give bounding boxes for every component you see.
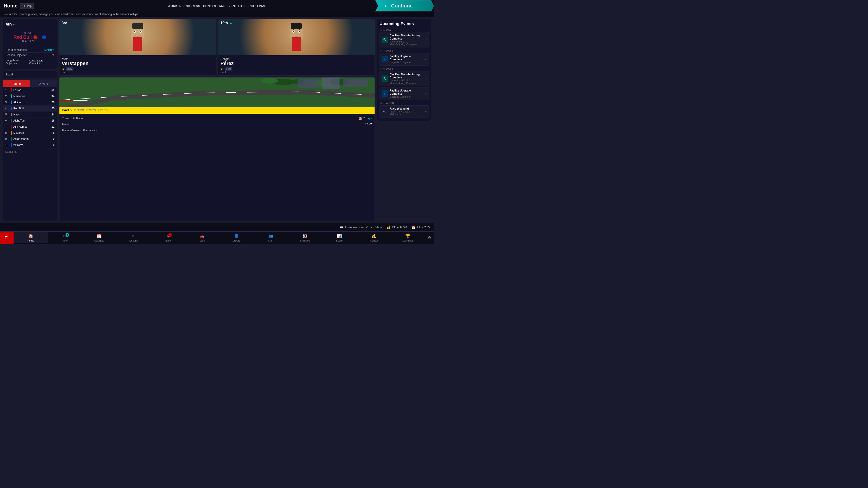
nav-item-finances[interactable]: 💰 Finances	[356, 232, 391, 243]
event-title: Car Part Manufacturing Complete	[390, 73, 423, 79]
nav-item-race[interactable]: ! 🏎 Race	[151, 232, 185, 243]
nav-items: 🏠 Home 3 ✉ Inbox 📅 Calendar ⟳ Circuits !…	[13, 232, 425, 243]
settings-button[interactable]: ⚙	[425, 232, 434, 244]
event-item[interactable]: ↑ Facility Upgrade Complete Upgrade Comp…	[379, 87, 429, 100]
oracle-text: ORACLE	[6, 31, 54, 35]
nav-icon-cars: 🚗	[199, 234, 205, 238]
svg-point-15	[299, 31, 300, 32]
event-link-icon[interactable]: ↗	[425, 38, 427, 41]
standing-pos: 7	[5, 125, 10, 128]
svg-rect-17	[59, 100, 73, 101]
standing-pts: 0	[53, 143, 55, 147]
bull-icon-left	[33, 35, 39, 39]
nav-label-inbox: Inbox	[62, 239, 68, 242]
money-icon: 💰	[387, 225, 391, 229]
event-link-icon[interactable]: ↗	[425, 77, 427, 80]
standing-row[interactable]: 6 AlphaTauri 16	[3, 118, 57, 124]
nav-item-calendar[interactable]: 📅 Calendar	[82, 232, 116, 243]
driver-perez-star-icon: ★	[220, 67, 223, 71]
standing-row[interactable]: 8 McLaren 8	[3, 130, 57, 136]
tab-teams[interactable]: Teams	[3, 80, 30, 87]
position-dropdown-icon[interactable]: ▾	[13, 23, 15, 26]
event-title: Facility Upgrade Complete	[390, 55, 423, 61]
standing-row[interactable]: 1 Ferrari 60	[3, 87, 57, 93]
perez-face-svg	[285, 22, 308, 53]
season-objective-row: Season Objective 1st	[6, 53, 54, 58]
nav-item-facilities[interactable]: 🏭 Facilities	[288, 232, 322, 243]
team-position: 4th	[6, 22, 12, 27]
race-preview-card: PIRELLI P ZERO P ZERO P ZERO Time Until …	[59, 77, 375, 221]
pirelli-logo: PIRELLI	[62, 109, 72, 112]
standing-row[interactable]: 2 Mercedes 34	[3, 93, 57, 99]
svg-rect-18	[73, 100, 88, 101]
money-value: $38,436,726	[392, 226, 407, 229]
redbull-text: Red Bull	[13, 35, 32, 40]
nav-item-cars[interactable]: 🚗 Cars	[185, 232, 219, 243]
f1-logo-text: F1	[5, 236, 9, 240]
race-preview-info: Time Until Race 📅 7 days Race 3 / 22 Rac…	[59, 113, 375, 134]
standing-color-bar	[11, 107, 12, 110]
continue-arrow-icon: →	[381, 2, 388, 9]
standing-row[interactable]: 9 Aston Martin 0	[3, 136, 57, 142]
standings-tabs: Teams Drivers	[3, 80, 57, 87]
event-section-label: IN 1 WEEK	[379, 102, 429, 104]
standing-pts: 8	[53, 131, 55, 134]
standing-team-name: Ferrari	[13, 89, 52, 92]
event-subtitle: Upgrade Complete	[390, 95, 423, 98]
nav-item-inbox[interactable]: 3 ✉ Inbox	[48, 232, 82, 243]
help-button[interactable]: H Help	[20, 3, 34, 9]
event-subtitle: Albert Park Circuit, Melbourne	[390, 110, 423, 116]
driver-image-max	[59, 19, 216, 55]
standing-pts: 34	[52, 95, 55, 98]
nav-item-drivers[interactable]: 👤 Drivers	[219, 232, 254, 243]
nav-item-board[interactable]: 📊 Board	[322, 232, 356, 243]
bottom-nav: F1 🏠 Home 3 ✉ Inbox 📅 Calendar ⟳ Circuit…	[0, 231, 434, 244]
upcoming-events-title: Upcoming Events	[379, 22, 429, 26]
nav-item-standings[interactable]: 🏆 Standings	[391, 232, 425, 243]
tab-drivers[interactable]: Drivers	[30, 80, 57, 87]
standing-team-name: Aston Martin	[13, 137, 53, 140]
position-badge: 4th ▾	[6, 22, 54, 27]
svg-point-7	[134, 31, 135, 32]
event-item[interactable]: 🔧 Car Part Manufacturing Complete Chassi…	[379, 32, 429, 47]
nav-item-staff[interactable]: 👥 Staff	[254, 232, 288, 243]
nav-item-circuits[interactable]: ⟳ Circuits	[116, 232, 151, 243]
continue-button[interactable]: → Continue	[375, 0, 434, 12]
standing-pos: 3	[5, 101, 10, 104]
nav-icon-circuits: ⟳	[132, 234, 135, 238]
event-item[interactable]: ↑ Facility Upgrade Complete Upgrade Comp…	[379, 53, 429, 66]
event-item[interactable]: 🏎 Race Weekend Albert Park Circuit, Melb…	[379, 105, 429, 118]
standing-row[interactable]: 10 Williams 0	[3, 142, 57, 148]
event-link-icon[interactable]: ↗	[425, 58, 427, 61]
standing-pos: 8	[5, 131, 10, 134]
standing-row[interactable]: 5 Haas 24	[3, 111, 57, 118]
standings-footer[interactable]: Standings	[3, 148, 57, 155]
standing-row[interactable]: 7 Alfa Romeo 11	[3, 124, 57, 130]
driver-perez-position: 10th ▲	[220, 21, 233, 25]
nav-label-staff: Staff	[268, 239, 273, 242]
date-icon: 📅	[411, 225, 415, 229]
event-link-icon[interactable]: ↗	[425, 92, 427, 95]
svg-rect-4	[133, 37, 142, 51]
driver-card-max[interactable]: 3rd – Max Verstappen ★ BYN Car 1	[59, 19, 216, 75]
standing-row[interactable]: 3 Alpine 26	[3, 99, 57, 105]
nav-label-standings: Standings	[402, 239, 413, 242]
event-text: Facility Upgrade Complete Upgrade Comple…	[390, 55, 423, 64]
event-subtitle: Underfloor RB22-1 Manufacturing Complete	[390, 79, 423, 85]
board-section: Board	[3, 71, 57, 78]
nav-label-facilities: Facilities	[300, 239, 310, 242]
status-date: 📅 1 Apr, 2022	[411, 225, 430, 229]
nav-label-cars: Cars	[199, 239, 205, 242]
driver-max-star-icon: ★	[62, 67, 65, 71]
page-title: Home	[4, 3, 18, 9]
driver-perez-indicator: ▲	[229, 21, 233, 25]
nav-item-home[interactable]: 🏠 Home	[13, 232, 48, 243]
standing-pos: 10	[5, 143, 10, 147]
standing-row[interactable]: 4 Red Bull 25	[3, 105, 57, 111]
event-item[interactable]: 🔧 Car Part Manufacturing Complete Underf…	[379, 71, 429, 86]
standing-color-bar	[11, 119, 12, 123]
driver-card-perez[interactable]: 10th ▲ Sergio Pérez ★ BYN Car 2	[218, 19, 375, 75]
event-link-icon[interactable]: ↗	[425, 110, 427, 113]
nav-icon-drivers: 👤	[234, 234, 239, 238]
nav-label-calendar: Calendar	[94, 239, 104, 242]
